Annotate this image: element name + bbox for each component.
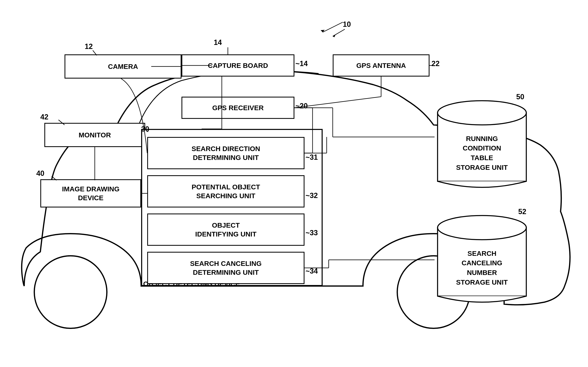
monitor-box: MONITOR — [44, 123, 145, 147]
search-canceling-storage-cylinder: SEARCH CANCELING NUMBER STORAGE UNIT — [433, 211, 530, 308]
ref-42: 42 — [40, 113, 48, 121]
ref-33: ~33 — [305, 229, 318, 237]
ref-40: 40 — [36, 169, 44, 178]
ref-50: 50 — [516, 93, 524, 101]
svg-line-2 — [323, 22, 343, 32]
ref-52: 52 — [518, 208, 526, 216]
svg-marker-3 — [321, 30, 325, 32]
gps-receiver-box: GPS RECEIVER — [182, 97, 294, 119]
svg-point-5 — [438, 101, 526, 125]
capture-board-box: CAPTURE BOARD — [182, 54, 294, 76]
ref-22: 22 — [432, 59, 440, 68]
running-condition-cylinder: RUNNING CONDITION TABLE STORAGE UNIT — [433, 97, 530, 193]
ref-11: 14 — [214, 38, 222, 47]
potential-object-box: POTENTIAL OBJECT SEARCHING UNIT — [147, 175, 304, 208]
ref-34: ~34 — [305, 267, 318, 275]
object-identifying-box: OBJECT IDENTIFYING UNIT — [147, 214, 304, 246]
camera-box: CAMERA — [65, 54, 182, 79]
ref-14: ~14 — [295, 59, 308, 68]
svg-marker-35 — [333, 34, 336, 37]
diagram-container: 10 12 CAMERA 42 MONITOR 40 IMAGE DRAWING… — [0, 0, 588, 367]
arrow-10 — [319, 18, 349, 34]
ref-32: ~32 — [305, 191, 318, 200]
svg-point-7 — [438, 216, 526, 240]
gps-antenna-box: GPS ANTENNA — [333, 54, 430, 76]
svg-point-0 — [34, 256, 107, 328]
image-drawing-box: IMAGE DRAWING DEVICE — [40, 179, 141, 208]
search-canceling-box: SEARCH CANCELING DETERMINING UNIT — [147, 252, 304, 284]
ref-12: 12 — [85, 42, 93, 51]
search-direction-box: SEARCH DIRECTION DETERMINING UNIT — [147, 137, 304, 169]
ref-20: ~20 — [295, 102, 308, 110]
ref-30: 30 — [141, 125, 149, 133]
ref-31: ~31 — [305, 153, 318, 162]
